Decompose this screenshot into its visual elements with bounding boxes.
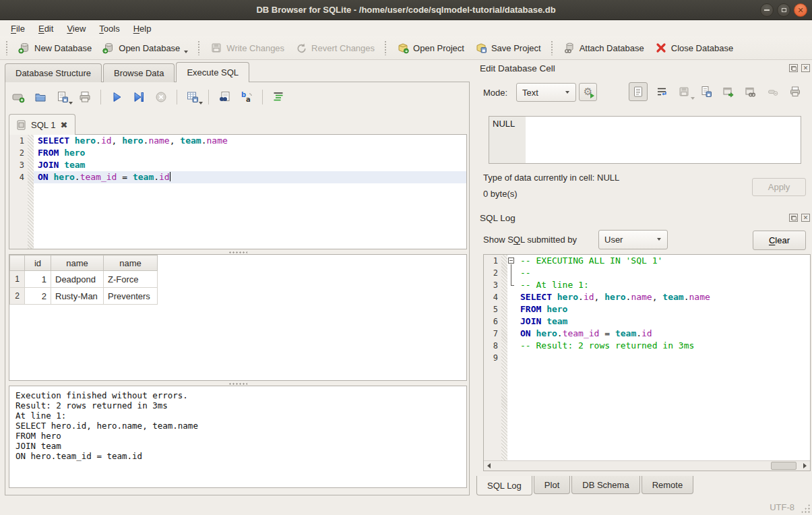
close-database-button[interactable]: Close Database xyxy=(650,38,739,57)
execute-all-button[interactable] xyxy=(109,90,124,104)
right-dock: Edit Database Cell ✕ Mode: Text ⚙ NULL T… xyxy=(476,62,812,499)
scrollbar-thumb[interactable] xyxy=(771,462,797,470)
save-project-button[interactable]: Save Project xyxy=(470,38,546,57)
row-header[interactable]: 2 xyxy=(10,288,25,305)
text-mode-button[interactable] xyxy=(629,82,648,101)
results-column-header[interactable]: name xyxy=(104,255,158,271)
tab-plot[interactable]: Plot xyxy=(534,476,570,494)
cell-editor-toolbar xyxy=(629,82,803,101)
format-sql-button[interactable] xyxy=(271,90,286,104)
print-sql-button[interactable] xyxy=(77,90,92,104)
attach-database-button[interactable]: Attach Database xyxy=(558,38,650,57)
auto-apply-button[interactable]: ⚙ xyxy=(579,83,597,101)
tab-browse-data[interactable]: Browse Data xyxy=(103,63,175,82)
cell-value-editor[interactable]: NULL xyxy=(489,116,801,164)
link-cell-button[interactable] xyxy=(743,84,759,100)
new-sql-tab-button[interactable] xyxy=(11,90,26,104)
close-panel-icon[interactable]: ✕ xyxy=(801,214,810,222)
open-database-dropdown-icon[interactable] xyxy=(184,51,188,53)
clear-log-button[interactable]: Clear xyxy=(753,231,806,250)
save-project-icon xyxy=(475,42,487,54)
float-panel-icon[interactable] xyxy=(789,64,798,72)
save-sql-file-button[interactable] xyxy=(55,90,70,104)
results-column-header[interactable]: id xyxy=(25,255,51,271)
encoding-indicator: UTF-8 xyxy=(770,502,794,512)
maximize-icon[interactable] xyxy=(777,3,790,17)
save-sql-dropdown-icon[interactable] xyxy=(69,102,73,104)
open-sql-file-button[interactable] xyxy=(33,90,48,104)
main-toolbar: New Database Open Database Write Changes… xyxy=(0,36,812,60)
execute-line-button[interactable] xyxy=(131,90,146,104)
cell-hero-name[interactable]: Deadpond xyxy=(51,271,104,288)
mode-select[interactable]: Text xyxy=(516,83,576,102)
new-database-button[interactable]: New Database xyxy=(13,38,97,57)
write-changes-icon xyxy=(210,42,222,54)
resize-grip[interactable] xyxy=(801,504,810,513)
table-row[interactable]: 2 2 Rusty-Man Preventers xyxy=(10,288,158,305)
green-arrow-icon xyxy=(590,93,594,98)
sql-1-tab[interactable]: SQL 1 ✖ xyxy=(9,114,75,135)
mode-label: Mode: xyxy=(483,88,507,98)
save-cell-button xyxy=(676,84,692,100)
edit-cell-title: Edit Database Cell xyxy=(480,63,555,73)
close-panel-icon[interactable]: ✕ xyxy=(801,64,810,72)
results-column-header[interactable]: name xyxy=(51,255,104,271)
tab-database-structure[interactable]: Database Structure xyxy=(5,63,102,82)
log-filter-select[interactable]: User xyxy=(598,230,668,249)
sql-editor[interactable]: 1SELECT hero.id, hero.name, team.name2FR… xyxy=(9,134,467,249)
chevron-down-icon xyxy=(657,238,661,241)
toolbar-separator xyxy=(208,90,209,104)
cell-id[interactable]: 1 xyxy=(25,271,51,288)
table-row[interactable]: 1 1 Deadpond Z-Force xyxy=(10,271,158,288)
word-wrap-button[interactable] xyxy=(654,84,670,100)
tab-remote[interactable]: Remote xyxy=(642,476,694,494)
row-header[interactable]: 1 xyxy=(10,271,25,288)
float-panel-icon[interactable] xyxy=(789,214,798,222)
cell-hero-name[interactable]: Rusty-Man xyxy=(51,288,104,305)
tab-db-schema[interactable]: DB Schema xyxy=(571,476,639,494)
open-database-button[interactable]: Open Database xyxy=(97,38,193,57)
open-project-button[interactable]: Open Project xyxy=(392,38,470,57)
apply-button: Apply xyxy=(752,178,806,196)
cell-size-label: 0 byte(s) xyxy=(483,189,518,199)
close-icon[interactable]: ✕ xyxy=(794,3,807,17)
window-title: DB Browser for SQLite - /home/user/code/… xyxy=(256,5,555,15)
export-cell-button[interactable] xyxy=(720,84,737,100)
cell-id[interactable]: 2 xyxy=(25,288,51,305)
menu-bar: File Edit View Tools Help xyxy=(0,20,812,36)
find-button[interactable] xyxy=(217,90,232,104)
revert-changes-button: Revert Changes xyxy=(290,38,380,57)
results-grid: id name name 1 1 Deadpond Z-Force 2 2 Ru… xyxy=(9,254,467,381)
cell-team-name[interactable]: Z-Force xyxy=(104,271,158,288)
svg-text:a: a xyxy=(246,96,251,103)
window-titlebar: DB Browser for SQLite - /home/user/code/… xyxy=(0,0,812,20)
sql-editor-code: 1SELECT hero.id, hero.name, team.name2FR… xyxy=(9,135,466,183)
dock-tab-bar: SQL Log Plot DB Schema Remote xyxy=(476,476,695,495)
tab-execute-sql[interactable]: Execute SQL xyxy=(176,62,249,82)
tab-sql-log[interactable]: SQL Log xyxy=(476,476,532,495)
cell-type-label: Type of data currently in cell: NULL xyxy=(483,173,619,183)
results-corner-header[interactable] xyxy=(10,255,25,271)
horizontal-scrollbar[interactable] xyxy=(484,460,810,471)
save-results-button[interactable] xyxy=(185,90,200,104)
toolbar-drag-handle[interactable] xyxy=(5,40,9,55)
menu-tools[interactable]: Tools xyxy=(92,22,126,36)
menu-help[interactable]: Help xyxy=(127,22,158,36)
close-sql-tab-icon[interactable]: ✖ xyxy=(60,120,67,130)
toolbar-separator xyxy=(197,40,201,55)
cell-team-name[interactable]: Preventers xyxy=(104,288,158,305)
execute-sql-panel: ba SQL 1 ✖ 1SELECT hero.id, hero.name, t… xyxy=(5,82,470,495)
main-tab-bar: Database Structure Browse Data Execute S… xyxy=(5,62,251,82)
minimize-icon[interactable] xyxy=(760,3,774,17)
menu-edit[interactable]: Edit xyxy=(32,22,60,36)
scroll-left-icon[interactable] xyxy=(484,461,494,471)
replace-button[interactable]: ba xyxy=(239,90,254,104)
scroll-right-icon[interactable] xyxy=(800,461,810,471)
toolbar-separator xyxy=(384,40,387,55)
save-results-dropdown-icon[interactable] xyxy=(199,102,203,104)
menu-file[interactable]: File xyxy=(4,22,32,36)
save-cell-dropdown-icon xyxy=(691,97,695,100)
print-cell-button[interactable] xyxy=(787,84,803,100)
menu-view[interactable]: View xyxy=(60,22,92,36)
import-cell-button[interactable] xyxy=(698,84,714,100)
